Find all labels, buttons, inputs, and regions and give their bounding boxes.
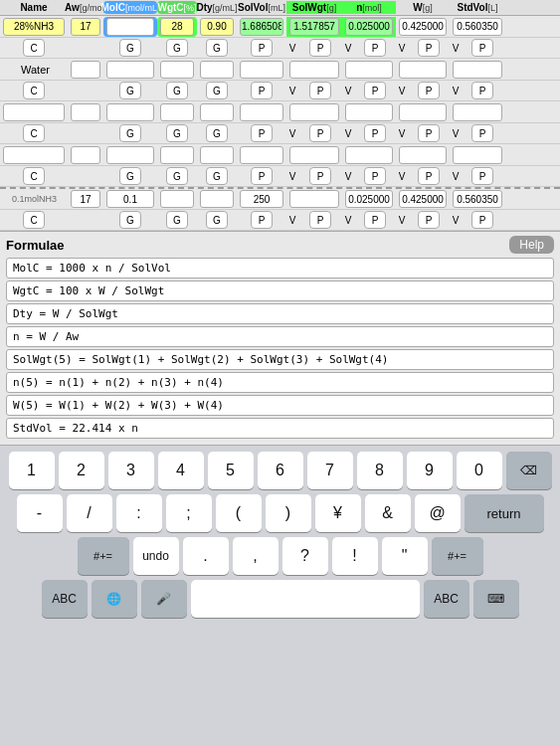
p-btn-1d[interactable]: P [418,39,440,57]
dty-input-4[interactable] [200,146,234,164]
kb-exclaim[interactable]: ! [332,537,378,575]
kb-4[interactable]: 4 [158,452,204,489]
aw-input-2[interactable] [71,61,100,79]
kb-keyboard-dismiss[interactable]: ⌨ [473,580,519,618]
p-btn-3c[interactable]: P [364,124,386,142]
p-btn-4b[interactable]: P [309,167,331,185]
molc-input-1[interactable] [106,18,154,36]
kb-hashmod-right[interactable]: #+= [432,537,483,575]
g-btn-2c[interactable]: G [206,82,228,99]
molc-input-3[interactable] [106,103,154,121]
kb-rparen[interactable]: ) [266,494,311,532]
kb-yen[interactable]: ¥ [315,494,361,532]
total-n[interactable] [345,190,393,208]
total-stdvol[interactable] [453,190,502,208]
solvol-input-4[interactable] [240,146,283,164]
solwgt-input-2[interactable] [289,61,339,79]
c-btn-3[interactable]: C [23,124,45,142]
dty-input-2[interactable] [200,61,234,79]
molc-input-4[interactable] [106,146,154,164]
g-btn-4a[interactable]: G [119,167,141,185]
p-btn-3e[interactable]: P [471,124,493,142]
p-btn-1a[interactable]: P [251,39,273,57]
kb-semicolon[interactable]: ; [166,494,212,532]
kb-abc-right[interactable]: ABC [424,580,469,618]
kb-at[interactable]: @ [415,494,461,532]
aw-input-1[interactable] [71,18,100,36]
solwgt-input-1[interactable] [289,18,339,36]
p-btn-td[interactable]: P [418,211,440,229]
p-btn-1e[interactable]: P [471,39,493,57]
solvol-input-3[interactable] [240,103,283,121]
kb-0[interactable]: 0 [457,452,502,489]
solvol-input-2[interactable] [240,61,283,79]
kb-colon[interactable]: : [116,494,162,532]
kb-backspace[interactable]: ⌫ [506,452,552,489]
aw-input-3[interactable] [71,103,100,121]
kb-undo[interactable]: undo [133,537,179,575]
kb-slash[interactable]: / [67,494,112,532]
kb-space[interactable] [191,580,420,618]
p-btn-4a[interactable]: P [251,167,273,185]
kb-comma[interactable]: , [233,537,279,575]
p-btn-2c[interactable]: P [364,82,386,99]
p-btn-2e[interactable]: P [471,82,493,99]
kb-minus[interactable]: - [17,494,63,532]
p-btn-3b[interactable]: P [309,124,331,142]
n-input-1[interactable] [345,18,393,36]
g-btn-3a[interactable]: G [119,124,141,142]
stdvol-input-2[interactable] [453,61,502,79]
p-btn-4d[interactable]: P [418,167,440,185]
total-dty[interactable] [200,190,234,208]
w-input-4[interactable] [399,146,447,164]
total-solwgt[interactable] [289,190,339,208]
g-btn-ta[interactable]: G [119,211,141,229]
stdvol-input-3[interactable] [453,103,502,121]
w-input-1[interactable] [399,18,447,36]
stdvol-input-1[interactable] [453,18,502,36]
p-btn-2a[interactable]: P [251,82,273,99]
total-aw[interactable] [71,190,100,208]
p-btn-1c[interactable]: P [364,39,386,57]
wgtc-input-3[interactable] [160,103,194,121]
kb-lparen[interactable]: ( [216,494,262,532]
solvol-input-1[interactable] [240,18,283,36]
kb-5[interactable]: 5 [208,452,254,489]
c-btn-2[interactable]: C [23,82,45,99]
kb-return[interactable]: return [465,494,544,532]
w-input-3[interactable] [399,103,447,121]
wgtc-input-4[interactable] [160,146,194,164]
help-button[interactable]: Help [509,236,554,254]
kb-question[interactable]: ? [282,537,328,575]
kb-6[interactable]: 6 [258,452,303,489]
g-btn-tc[interactable]: G [206,211,228,229]
stdvol-input-4[interactable] [453,146,502,164]
p-btn-3d[interactable]: P [418,124,440,142]
g-btn-1a[interactable]: G [119,39,141,57]
wgtc-input-2[interactable] [160,61,194,79]
kb-3[interactable]: 3 [108,452,154,489]
g-btn-4b[interactable]: G [166,167,188,185]
w-input-2[interactable] [399,61,447,79]
kb-quote[interactable]: " [382,537,428,575]
p-btn-3a[interactable]: P [251,124,273,142]
kb-abc-left[interactable]: ABC [42,580,88,618]
molc-input-2[interactable] [106,61,154,79]
c-btn-1[interactable]: C [23,39,45,57]
p-btn-2b[interactable]: P [309,82,331,99]
p-btn-2d[interactable]: P [418,82,440,99]
aw-input-4[interactable] [71,146,100,164]
total-molc[interactable] [106,190,154,208]
solwgt-input-4[interactable] [289,146,339,164]
g-btn-1c[interactable]: G [206,39,228,57]
kb-7[interactable]: 7 [307,452,353,489]
kb-2[interactable]: 2 [59,452,104,489]
kb-period[interactable]: . [183,537,229,575]
p-btn-4e[interactable]: P [471,167,493,185]
kb-9[interactable]: 9 [407,452,453,489]
kb-1[interactable]: 1 [9,452,55,489]
n-input-3[interactable] [345,103,393,121]
name-input-4[interactable] [3,146,65,164]
p-btn-ta[interactable]: P [251,211,273,229]
total-w[interactable] [399,190,447,208]
